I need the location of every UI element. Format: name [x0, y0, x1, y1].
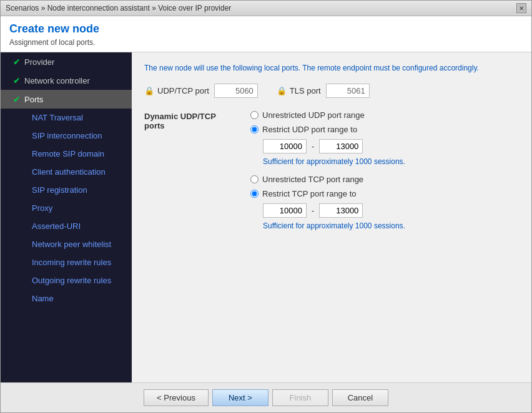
- tcp-range-dash: -: [312, 206, 314, 215]
- sidebar-item-ports[interactable]: ✔ Ports: [1, 90, 132, 109]
- sidebar-item-sip-registration[interactable]: SIP registration: [1, 181, 132, 199]
- sidebar-label-network-controller: Network controller: [24, 76, 90, 85]
- sidebar-label-provider: Provider: [24, 57, 54, 67]
- tcp-unrestricted-radio[interactable]: [250, 175, 259, 183]
- close-icon: ✕: [519, 5, 524, 12]
- check-icon: ✔: [13, 75, 21, 85]
- tcp-restrict-row: Restrict TCP port range to: [250, 189, 519, 198]
- udp-range-row: -: [250, 139, 519, 153]
- dynamic-options: Unrestricted UDP port range Restrict UDP…: [250, 110, 519, 239]
- breadcrumb: Scenarios » Node interconnection assista…: [6, 4, 231, 12]
- udp-unrestricted-radio[interactable]: [250, 111, 259, 119]
- tls-port-group: 🔒 TLS port: [277, 84, 370, 98]
- sidebar-item-name[interactable]: Name: [1, 289, 132, 308]
- udp-range-to-input[interactable]: [319, 139, 363, 153]
- finish-button[interactable]: Finish: [272, 389, 328, 406]
- sidebar-item-asserted-uri[interactable]: Asserted-URI: [1, 217, 132, 235]
- sidebar-label-network-peer-whitelist: Network peer whitelist: [32, 240, 111, 249]
- sidebar-label-remote-sip-domain: Remote SIP domain: [32, 149, 104, 158]
- tcp-restrict-label: Restrict TCP port range to: [262, 189, 357, 198]
- sidebar-label-asserted-uri: Asserted-URI: [32, 221, 81, 231]
- lock-icon-tls: 🔒: [277, 86, 287, 95]
- lock-icon: 🔒: [144, 86, 154, 95]
- sidebar-label-sip-interconnection: SIP interconnection: [32, 131, 102, 140]
- udp-unrestricted-row: Unrestricted UDP port range: [250, 110, 519, 120]
- sidebar-item-proxy[interactable]: Proxy: [1, 199, 132, 217]
- header: Create new node Assignment of local port…: [1, 16, 531, 52]
- sidebar-item-sip-interconnection[interactable]: SIP interconnection: [1, 127, 132, 145]
- tcp-unrestricted-label: Unrestricted TCP port range: [262, 175, 363, 184]
- udp-session-note: Sufficient for approximately 1000 sessio…: [250, 157, 519, 166]
- sidebar-label-proxy: Proxy: [32, 203, 52, 213]
- tcp-unrestricted-row: Unrestricted TCP port range: [250, 175, 519, 184]
- tcp-radio-group: Unrestricted TCP port range Restrict TCP…: [250, 175, 519, 230]
- tcp-range-row: -: [250, 203, 519, 218]
- tcp-range-from-input[interactable]: [263, 203, 307, 218]
- tcp-restrict-radio[interactable]: [250, 190, 259, 198]
- sidebar-item-network-controller[interactable]: ✔ Network controller: [1, 71, 132, 90]
- tcp-session-note: Sufficient for approximately 1000 sessio…: [250, 221, 519, 230]
- sidebar-item-nat-traversal[interactable]: NAT Traversal: [1, 109, 132, 127]
- sidebar-label-outgoing-rewrite-rules: Outgoing rewrite rules: [32, 276, 111, 285]
- info-text: The new node will use the following loca…: [144, 62, 519, 74]
- previous-button[interactable]: < Previous: [144, 389, 209, 406]
- udp-tcp-port-label: 🔒 UDP/TCP port: [144, 86, 209, 95]
- tls-port-label: 🔒 TLS port: [277, 86, 321, 95]
- udp-restrict-label: Restrict UDP port range to: [262, 125, 357, 134]
- sidebar-label-name: Name: [32, 294, 54, 303]
- tcp-range-to-input[interactable]: [319, 203, 363, 218]
- content-area: ✔ Provider ✔ Network controller ✔ Ports …: [1, 52, 531, 382]
- port-row: 🔒 UDP/TCP port 🔒 TLS port: [144, 84, 519, 98]
- udp-tcp-port-input[interactable]: [214, 84, 258, 98]
- close-button[interactable]: ✕: [516, 3, 526, 13]
- sidebar-item-remote-sip-domain[interactable]: Remote SIP domain: [1, 145, 132, 163]
- page-title: Create new node: [9, 22, 523, 36]
- sidebar-item-outgoing-rewrite-rules[interactable]: Outgoing rewrite rules: [1, 271, 132, 289]
- window: Scenarios » Node interconnection assista…: [0, 0, 532, 413]
- cancel-button[interactable]: Cancel: [332, 389, 388, 406]
- sidebar-label-incoming-rewrite-rules: Incoming rewrite rules: [32, 258, 111, 267]
- check-icon: ✔: [13, 94, 21, 104]
- title-bar: Scenarios » Node interconnection assista…: [1, 1, 531, 16]
- sidebar-label-ports: Ports: [24, 95, 43, 104]
- udp-radio-group: Unrestricted UDP port range Restrict UDP…: [250, 110, 519, 166]
- udp-range-dash: -: [312, 142, 314, 151]
- page-subtitle: Assignment of local ports.: [9, 38, 523, 47]
- udp-range-from-input[interactable]: [263, 139, 307, 153]
- sidebar-item-provider[interactable]: ✔ Provider: [1, 52, 132, 71]
- sidebar: ✔ Provider ✔ Network controller ✔ Ports …: [1, 52, 132, 382]
- sidebar-item-network-peer-whitelist[interactable]: Network peer whitelist: [1, 235, 132, 253]
- next-button[interactable]: Next >: [212, 389, 268, 406]
- sidebar-label-sip-registration: SIP registration: [32, 185, 87, 195]
- sidebar-item-incoming-rewrite-rules[interactable]: Incoming rewrite rules: [1, 253, 132, 271]
- main-content: The new node will use the following loca…: [132, 52, 531, 382]
- sidebar-item-client-authentication[interactable]: Client authentication: [1, 163, 132, 181]
- check-icon: ✔: [13, 57, 21, 67]
- dynamic-section: Dynamic UDP/TCP ports Unrestricted UDP p…: [144, 110, 519, 239]
- udp-restrict-row: Restrict UDP port range to: [250, 125, 519, 134]
- udp-unrestricted-label: Unrestricted UDP port range: [262, 110, 365, 120]
- udp-tcp-port-group: 🔒 UDP/TCP port: [144, 84, 258, 98]
- sidebar-label-client-authentication: Client authentication: [32, 167, 106, 177]
- udp-restrict-radio[interactable]: [250, 125, 259, 134]
- sidebar-label-nat-traversal: NAT Traversal: [32, 113, 83, 122]
- footer: < Previous Next > Finish Cancel: [1, 382, 531, 412]
- tls-port-input[interactable]: [326, 84, 370, 98]
- dynamic-ports-label: Dynamic UDP/TCP ports: [144, 110, 232, 239]
